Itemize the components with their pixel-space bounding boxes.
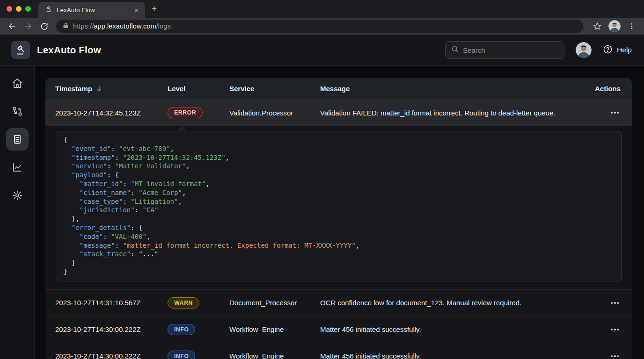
tab-title: LexAuto Flow <box>57 7 128 14</box>
message-cell: Matter 456 initiated successfully. <box>320 352 590 359</box>
column-header-timestamp[interactable]: Timestamp <box>55 85 168 93</box>
row-actions-kebab-icon[interactable] <box>609 299 621 307</box>
timestamp-cell: 2023-10-27T14:32:45.123Z <box>55 109 168 117</box>
service-cell: Document_Processor <box>229 299 320 307</box>
lock-icon <box>63 22 69 30</box>
level-cell: ERROR <box>168 107 229 118</box>
page-title: LexAuto Flow <box>37 44 101 56</box>
log-row[interactable]: 2023-10-27T14:30:00.222ZINFOWorkflow_Eng… <box>45 343 632 359</box>
level-badge: WARN <box>168 297 199 309</box>
sort-desc-icon <box>96 86 102 92</box>
sidebar-item-workflows[interactable] <box>6 100 29 122</box>
table-header-row: Timestamp Level Service Message Actions <box>45 78 632 99</box>
app-header: LexAuto Flow Help <box>0 35 644 66</box>
service-cell: Validation.Processor <box>229 109 320 117</box>
level-cell: INFO <box>168 324 229 335</box>
timestamp-cell: 2023-10-27T14:31:10.567Z <box>55 299 168 307</box>
main-content: Timestamp Level Service Message Actions … <box>35 66 644 359</box>
expanded-log-detail: { "event_id": "evt-abc-789", "timestamp"… <box>45 126 632 289</box>
favicon-gavel-icon <box>45 5 52 14</box>
level-badge: INFO <box>168 324 195 335</box>
workflow-icon <box>12 106 23 117</box>
level-cell: INFO <box>168 351 229 359</box>
logs-icon <box>12 134 23 145</box>
search-box <box>445 41 564 59</box>
browser-toolbar: https://app.lexautoflow.com/logs <box>0 18 644 35</box>
browser-tab[interactable]: LexAuto Flow × <box>38 2 145 18</box>
back-icon[interactable] <box>6 20 19 33</box>
message-cell: Validation FAILED: matter_id format inco… <box>320 109 590 117</box>
window-close-button[interactable] <box>7 6 12 12</box>
new-tab-button[interactable]: + <box>145 0 163 18</box>
column-header-actions: Actions <box>590 85 632 93</box>
log-rows: 2023-10-27T14:32:45.123ZERRORValidation.… <box>45 99 632 359</box>
log-row[interactable]: 2023-10-27T14:30:00.222ZINFOWorkflow_Eng… <box>45 316 632 343</box>
browser-profile-avatar[interactable] <box>608 20 621 32</box>
tab-close-icon[interactable]: × <box>132 6 140 14</box>
search-input[interactable] <box>463 46 558 54</box>
log-json-payload: { "event_id": "evt-abc-789", "timestamp"… <box>56 131 622 281</box>
service-cell: Workflow_Engine <box>229 352 320 359</box>
sidebar-item-analytics[interactable] <box>6 156 29 179</box>
chart-icon <box>12 162 23 173</box>
row-actions-kebab-icon[interactable] <box>609 326 621 333</box>
help-label: Help <box>617 46 632 54</box>
user-avatar[interactable] <box>576 42 592 58</box>
column-header-level[interactable]: Level <box>168 85 229 93</box>
url-text: https://app.lexautoflow.com/logs <box>73 22 171 30</box>
log-row[interactable]: 2023-10-27T14:31:10.567ZWARNDocument_Pro… <box>45 289 632 316</box>
column-header-service[interactable]: Service <box>229 85 320 93</box>
url-bar[interactable]: https://app.lexautoflow.com/logs <box>56 20 583 33</box>
search-icon <box>451 45 459 55</box>
row-actions-kebab-icon[interactable] <box>609 352 621 359</box>
level-cell: WARN <box>168 297 229 309</box>
sidebar <box>0 66 35 359</box>
message-cell: OCR confidence low for document_123. Man… <box>320 299 590 307</box>
app-logo-gavel-icon <box>11 41 30 59</box>
level-badge: ERROR <box>168 107 203 118</box>
sidebar-item-settings[interactable] <box>6 184 29 207</box>
service-cell: Workflow_Engine <box>229 325 320 333</box>
bookmark-star-icon[interactable] <box>591 20 604 33</box>
log-row[interactable]: 2023-10-27T14:32:45.123ZERRORValidation.… <box>45 99 632 126</box>
window-controls <box>0 0 38 18</box>
browser-tabstrip: LexAuto Flow × + <box>0 0 644 18</box>
timestamp-cell: 2023-10-27T14:30:00.222Z <box>55 352 168 359</box>
level-badge: INFO <box>168 351 195 359</box>
row-actions-kebab-icon[interactable] <box>609 109 621 116</box>
browser-menu-kebab-icon[interactable] <box>625 20 638 33</box>
message-cell: Matter 456 initiated successfully. <box>320 325 590 333</box>
gear-icon <box>12 190 23 201</box>
sidebar-item-logs[interactable] <box>6 128 29 151</box>
column-header-message[interactable]: Message <box>320 85 590 93</box>
timestamp-cell: 2023-10-27T14:30:00.222Z <box>55 325 168 333</box>
sidebar-item-home[interactable] <box>6 72 29 94</box>
window-zoom-button[interactable] <box>25 6 31 12</box>
help-button[interactable]: Help <box>603 44 632 56</box>
log-table: Timestamp Level Service Message Actions … <box>45 78 632 359</box>
window-minimize-button[interactable] <box>16 6 22 12</box>
forward-icon[interactable] <box>22 20 35 33</box>
home-icon <box>12 78 23 89</box>
help-question-icon <box>603 44 613 56</box>
reload-icon[interactable] <box>37 20 51 33</box>
